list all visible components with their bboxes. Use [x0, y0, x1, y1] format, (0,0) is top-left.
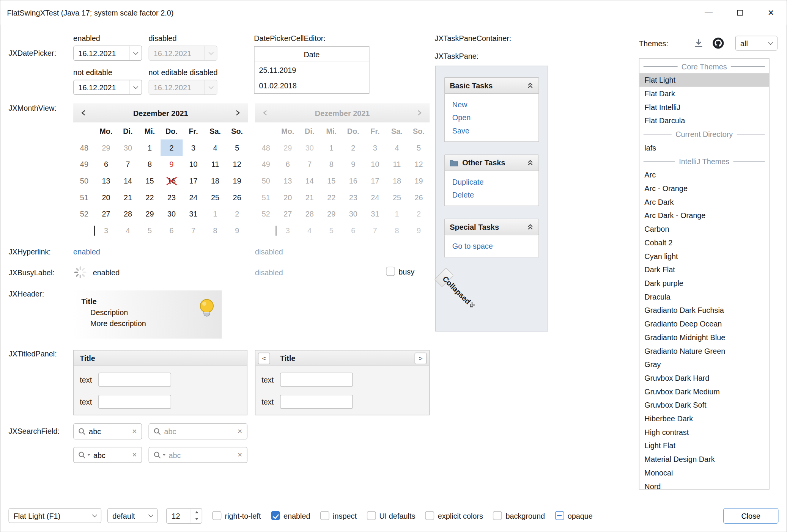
task-pane-header[interactable]: Special Tasks [444, 219, 539, 235]
theme-list-item[interactable]: Flat Darcula [639, 114, 769, 127]
search-field[interactable]: abc ✕ [149, 447, 248, 463]
task-pane-header[interactable]: Basic Tasks [444, 77, 539, 94]
calendar-cell[interactable]: 6 [161, 222, 183, 239]
theme-list-item[interactable]: Carbon [639, 222, 769, 236]
option-checkbox[interactable]: UI defaults [367, 511, 415, 520]
calendar-cell[interactable]: 18 [204, 173, 226, 189]
theme-list-item[interactable]: Gradianto Dark Fuchsia [639, 303, 769, 317]
spinner-down-button[interactable] [191, 516, 202, 523]
option-checkbox[interactable]: right-to-left [212, 511, 261, 520]
search-text[interactable]: abc [93, 450, 129, 459]
calendar-cell[interactable]: 5 [226, 140, 248, 156]
calendar-cell[interactable]: 15 [139, 173, 161, 189]
theme-list-item[interactable]: Light Flat [639, 439, 769, 452]
calendar-cell[interactable] [73, 222, 95, 239]
search-field[interactable]: abc ✕ [73, 447, 142, 463]
clear-search-icon[interactable]: ✕ [132, 428, 137, 435]
search-text[interactable]: abc [168, 450, 234, 459]
search-options-caret-icon[interactable] [163, 454, 166, 456]
calendar-cell[interactable]: 16 [161, 173, 183, 189]
calendar-cell[interactable]: 51 [73, 189, 95, 206]
datepicker-value[interactable]: 16.12.2021 [74, 49, 129, 57]
theme-list-item[interactable]: IntelliJ Themes [639, 154, 769, 168]
option-checkbox[interactable]: background [493, 511, 545, 520]
titled-panel-next-button[interactable]: > [415, 352, 427, 364]
maximize-button[interactable] [724, 0, 756, 24]
search-field[interactable]: abc ✕ [149, 423, 248, 439]
search-text[interactable]: abc [164, 427, 235, 435]
datepicker-enabled[interactable]: 16.12.2021 [73, 46, 142, 61]
download-themes-button[interactable] [693, 38, 704, 49]
task-link[interactable]: Duplicate [452, 177, 531, 186]
calendar-cell[interactable]: 4 [204, 140, 226, 156]
calendar-cell[interactable]: 14 [117, 173, 139, 189]
themes-list[interactable]: Core Themes Flat Light Flat Dark Flat In… [639, 58, 770, 490]
option-checkbox[interactable]: enabled [271, 511, 310, 520]
search-text[interactable]: abc [89, 427, 129, 435]
task-link[interactable]: Save [452, 126, 531, 135]
task-pane-header[interactable]: Other Tasks [444, 154, 539, 171]
calendar-cell[interactable]: 6 [95, 156, 117, 173]
theme-list-item[interactable]: Dark Flat [639, 263, 769, 276]
theme-list-item[interactable]: Arc Dark [639, 195, 769, 209]
calendar-cell[interactable]: 24 [183, 189, 205, 206]
calendar-cell[interactable]: 22 [139, 189, 161, 206]
font-size-value[interactable]: 12 [167, 508, 190, 523]
option-checkbox[interactable]: explicit colors [425, 511, 483, 520]
task-pane-header[interactable]: Collapsed [434, 268, 453, 287]
github-button[interactable] [712, 37, 725, 50]
theme-list-item[interactable]: Current Directory [639, 127, 769, 141]
text-input[interactable] [98, 373, 171, 387]
close-button[interactable]: ✕ [756, 0, 787, 24]
theme-list-item[interactable]: Arc Dark - Orange [639, 209, 769, 222]
calendar-cell[interactable]: 26 [226, 189, 248, 206]
theme-list-item[interactable]: Cobalt 2 [639, 236, 769, 250]
calendar-cell[interactable]: 29 [95, 140, 117, 156]
theme-list-item[interactable]: Gradianto Deep Ocean [639, 317, 769, 331]
theme-list-item[interactable]: Gruvbox Dark Hard [639, 371, 769, 385]
calendar-cell[interactable]: 7 [117, 156, 139, 173]
theme-list-item[interactable]: Core Themes [639, 60, 769, 73]
calendar-cell[interactable]: 19 [226, 173, 248, 189]
calendar-cell[interactable]: 10 [183, 156, 205, 173]
calendar-cell[interactable]: 5 [139, 222, 161, 239]
theme-list-item[interactable]: Arc - Orange [639, 182, 769, 195]
calendar-cell[interactable]: 28 [117, 206, 139, 222]
theme-list-item[interactable]: Cyan light [639, 249, 769, 263]
option-checkbox[interactable]: opaque [555, 511, 593, 520]
theme-list-item[interactable]: Hiberbee Dark [639, 412, 769, 425]
theme-list-item[interactable]: Flat Dark [639, 87, 769, 100]
clear-search-icon[interactable]: ✕ [238, 428, 242, 435]
titled-panel-prev-button[interactable]: < [258, 352, 270, 364]
calendar-cell[interactable]: 25 [204, 189, 226, 206]
collapse-chevron-icon[interactable] [527, 160, 534, 166]
calendar-cell[interactable]: 8 [139, 156, 161, 173]
table-column-header[interactable]: Date [255, 47, 369, 62]
calendar-cell[interactable]: 48 [73, 140, 95, 156]
option-checkbox[interactable]: inspect [320, 511, 357, 520]
table-row[interactable]: 25.11.2019 [255, 62, 369, 78]
calendar-cell[interactable]: 3 [183, 140, 205, 156]
theme-list-item[interactable]: Gradianto Midnight Blue [639, 331, 769, 344]
calendar-cell[interactable]: 50 [73, 173, 95, 189]
calendar-cell[interactable]: 49 [73, 156, 95, 173]
theme-list-item[interactable]: Monocai [639, 466, 769, 480]
datepicker-value[interactable]: 16.12.2021 [74, 83, 129, 91]
theme-list-item[interactable]: Flat Light [639, 73, 769, 87]
text-input[interactable] [280, 373, 353, 387]
theme-list-item[interactable]: lafs [639, 141, 769, 155]
task-link[interactable]: New [452, 100, 531, 109]
themes-filter-combo[interactable]: all [735, 36, 778, 51]
date-table[interactable]: Date 25.11.201901.02.2018 [254, 46, 369, 94]
calendar-cell[interactable]: 8 [204, 222, 226, 239]
calendar-cell[interactable]: 3 [95, 222, 117, 239]
hyperlink-enabled[interactable]: enabled [73, 247, 100, 256]
task-link[interactable]: Open [452, 113, 531, 122]
calendar-cell[interactable]: 17 [183, 173, 205, 189]
theme-list-item[interactable]: Flat IntelliJ [639, 100, 769, 114]
calendar-cell[interactable]: 4 [117, 222, 139, 239]
text-input[interactable] [280, 395, 353, 409]
spinner-up-button[interactable] [191, 508, 202, 516]
text-input[interactable] [98, 395, 171, 409]
prev-month-button[interactable] [80, 109, 88, 116]
